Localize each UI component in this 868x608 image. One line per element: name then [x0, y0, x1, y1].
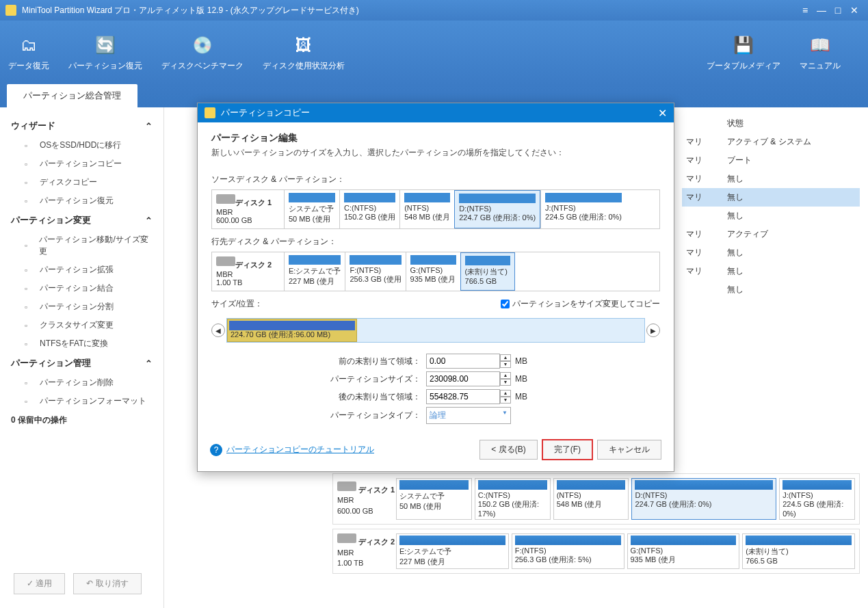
- before-input[interactable]: [426, 354, 500, 369]
- partition-list: 状態 マリアクティブ & システムマリブートマリ無しマリ無し無しマリアクティブマ…: [682, 114, 860, 299]
- apply-button[interactable]: ✓ 適用: [14, 573, 65, 594]
- ribbon-bootable-media[interactable]: 💾 ブータブルメディア: [707, 34, 780, 72]
- ribbon-data-recovery[interactable]: 🗂 データ復元: [8, 34, 49, 72]
- sidebar-item-icon: ▫: [25, 397, 36, 406]
- resize-checkbox-input[interactable]: [501, 300, 510, 308]
- sidebar-group-header[interactable]: パーティション変更⌃: [5, 210, 158, 230]
- sidebar-group-header[interactable]: ウィザード⌃: [5, 116, 158, 136]
- ribbon-disk-benchmark[interactable]: 💿 ディスクベンチマーク: [161, 34, 244, 72]
- list-row[interactable]: 無し: [682, 280, 860, 299]
- partition-box[interactable]: J:(NTFS)224.5 GB (使用済: 0%): [779, 478, 855, 520]
- size-slider[interactable]: ◀ 224.70 GB (使用済:96.00 MB) ▶: [211, 318, 660, 343]
- disk-map: ディスク 1MBR600.00 GBシステムで予50 MB (使用C:(NTFS…: [332, 473, 860, 525]
- disk-partition[interactable]: E:システムで予227 MB (使月: [285, 252, 345, 291]
- dialog-header[interactable]: パーティションコピー ✕: [198, 103, 674, 122]
- sidebar-item-icon: ▫: [25, 284, 36, 293]
- sidebar-group-header[interactable]: パーティション管理⌃: [5, 353, 158, 373]
- dest-label: 行先ディスク & パーティション：: [211, 236, 660, 248]
- tab-partition-management[interactable]: パーティション総合管理: [7, 84, 137, 107]
- app-logo-icon: [5, 5, 16, 16]
- before-label: 前の未割り当て領域：: [211, 356, 426, 367]
- disk-map: ディスク 2MBR1.00 TBE:システムで予227 MB (使月F:(NTF…: [332, 529, 860, 574]
- maximize-button[interactable]: □: [830, 5, 846, 16]
- bottom-buttons: ✓ 適用 ↶ 取り消す: [14, 573, 142, 594]
- sidebar-item[interactable]: ▫パーティション分割: [5, 298, 158, 316]
- partition-box[interactable]: (NTFS)548 MB (使月: [553, 478, 629, 520]
- slider-fill[interactable]: 224.70 GB (使用済:96.00 MB): [227, 319, 357, 342]
- sidebar-item-icon: ▫: [25, 302, 36, 312]
- sidebar-item[interactable]: ▫パーティション結合: [5, 279, 158, 298]
- cancel-button[interactable]: キャンセル: [597, 440, 661, 460]
- partition-box[interactable]: G:(NTFS)935 MB (使月: [627, 533, 740, 569]
- after-label: 後の未割り当て領域：: [211, 391, 426, 403]
- disk-partition[interactable]: C:(NTFS)150.2 GB (使用: [339, 190, 399, 228]
- disk-info: ディスク 2MBR1.00 TB: [212, 252, 285, 291]
- sidebar-item-icon: ▫: [25, 241, 35, 250]
- list-row[interactable]: マリ無し: [682, 170, 860, 188]
- partition-box[interactable]: E:システムで予227 MB (使月: [396, 533, 509, 569]
- partition-box[interactable]: システムで予50 MB (使用: [396, 478, 472, 520]
- minimize-button[interactable]: —: [813, 5, 830, 16]
- ribbon-partition-recovery[interactable]: 🔄 パーティション復元: [68, 34, 142, 72]
- disk-info: ディスク 1MBR600.00 GB: [337, 481, 396, 516]
- disk-partition[interactable]: システムで予50 MB (使用: [285, 190, 339, 228]
- disk-icon: [337, 533, 356, 543]
- disk-partition[interactable]: (未割り当て)766.5 GB: [460, 252, 515, 291]
- spin-up[interactable]: ▲: [500, 354, 511, 361]
- dialog-title: パーティションコピー: [221, 107, 658, 119]
- list-row[interactable]: マリ無し: [682, 262, 860, 280]
- type-select[interactable]: 論理: [426, 407, 511, 424]
- partition-copy-dialog: パーティションコピー ✕ パーティション編集 新しいパーティションのサイズを入力…: [197, 103, 674, 472]
- slider-left-button[interactable]: ◀: [211, 323, 225, 337]
- sidebar-item[interactable]: ▫OSをSSD/HDDに移行: [5, 136, 158, 155]
- sidebar-item[interactable]: ▫パーティション削除: [5, 373, 158, 392]
- disk-partition[interactable]: D:(NTFS)224.7 GB (使用済: 0%): [454, 190, 540, 228]
- partition-box[interactable]: (未割り当て)766.5 GB: [742, 533, 855, 569]
- spin-down[interactable]: ▼: [500, 361, 511, 368]
- sidebar-item-icon: ▫: [25, 321, 36, 330]
- disk-partition[interactable]: (NTFS)548 MB (使月: [399, 190, 454, 228]
- list-row[interactable]: マリ無し: [682, 188, 860, 207]
- back-button[interactable]: < 戻る(B): [479, 440, 537, 460]
- disk-icon: [337, 481, 356, 491]
- ribbon-space-analyzer[interactable]: 🖼 ディスク使用状況分析: [263, 34, 345, 72]
- list-row[interactable]: マリアクティブ & システム: [682, 133, 860, 151]
- finish-button[interactable]: 完了(F): [542, 439, 593, 460]
- window-title: MiniTool Partition Wizard プロ・アルティメット版 12…: [22, 5, 797, 16]
- disk-partition[interactable]: F:(NTFS)256.3 GB (使用: [345, 252, 405, 291]
- partition-box[interactable]: D:(NTFS)224.7 GB (使用済: 0%): [631, 478, 776, 520]
- slider-track[interactable]: 224.70 GB (使用済:96.00 MB): [226, 318, 645, 343]
- help-icon[interactable]: ?: [210, 444, 222, 456]
- sidebar-item[interactable]: ▫パーティション拡張: [5, 261, 158, 279]
- tutorial-link[interactable]: パーティションコピーのチュートリアル: [226, 444, 374, 455]
- after-input[interactable]: [426, 389, 500, 404]
- undo-button[interactable]: ↶ 取り消す: [73, 573, 141, 594]
- disk-icon: [216, 194, 235, 204]
- partition-box[interactable]: C:(NTFS)150.2 GB (使用済: 17%): [475, 478, 551, 520]
- size-input[interactable]: [426, 371, 500, 386]
- sidebar-item[interactable]: ▫パーティションコピー: [5, 155, 158, 173]
- sidebar-item[interactable]: ▫NTFSをFATに変換: [5, 334, 158, 353]
- source-disk-row: ディスク 1MBR600.00 GBシステムで予50 MB (使用C:(NTFS…: [211, 189, 660, 229]
- dialog-close-button[interactable]: ✕: [658, 107, 667, 120]
- close-button[interactable]: ✕: [846, 5, 863, 16]
- list-row[interactable]: マリアクティブ: [682, 225, 860, 243]
- slider-right-button[interactable]: ▶: [646, 323, 660, 337]
- sidebar-item[interactable]: ▫ディスクコピー: [5, 173, 158, 191]
- list-row[interactable]: マリ無し: [682, 243, 860, 262]
- sidebar: ウィザード⌃▫OSをSSD/HDDに移行▫パーティションコピー▫ディスクコピー▫…: [0, 107, 164, 608]
- sidebar-item[interactable]: ▫パーティション復元: [5, 191, 158, 210]
- list-row[interactable]: 無し: [682, 207, 860, 225]
- sidebar-item[interactable]: ▫パーティション移動/サイズ変更: [5, 230, 158, 261]
- menu-icon[interactable]: ≡: [797, 5, 813, 16]
- sidebar-item-icon: ▫: [25, 159, 36, 169]
- disk-partition[interactable]: G:(NTFS)935 MB (使月: [406, 252, 460, 291]
- sidebar-item[interactable]: ▫パーティションフォーマット: [5, 392, 158, 410]
- manual-icon: 📖: [809, 34, 831, 56]
- partition-box[interactable]: F:(NTFS)256.3 GB (使用済: 5%): [512, 533, 624, 569]
- disk-partition[interactable]: J:(NTFS)224.5 GB (使用済: 0%): [540, 190, 626, 228]
- resize-checkbox[interactable]: パーティションをサイズ変更してコピー: [501, 298, 660, 310]
- ribbon-manual[interactable]: 📖 マニュアル: [800, 34, 841, 72]
- sidebar-item[interactable]: ▫クラスタサイズ変更: [5, 316, 158, 334]
- list-row[interactable]: マリブート: [682, 151, 860, 170]
